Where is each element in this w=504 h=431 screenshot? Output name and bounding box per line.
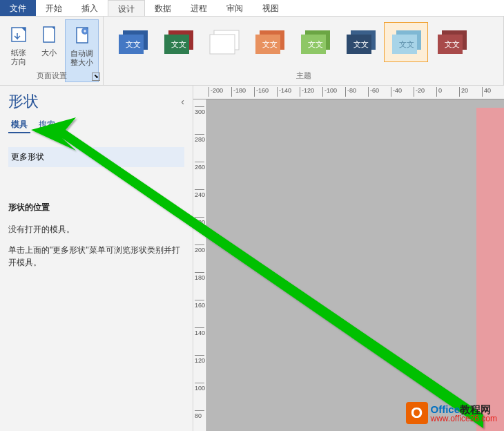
page-setup-label: 页面设置 — [0, 70, 103, 81]
svg-rect-1 — [43, 27, 55, 42]
svg-rect-11 — [210, 35, 235, 54]
theme-8[interactable]: 文文 — [429, 22, 474, 62]
menu-process[interactable]: 进程 — [181, 0, 217, 16]
menu-review[interactable]: 审阅 — [217, 0, 253, 16]
svg-text:文文: 文文 — [126, 40, 141, 48]
menubar: 文件 开始 插入 设计 数据 进程 审阅 视图 — [0, 0, 504, 17]
page-background[interactable] — [476, 108, 504, 431]
canvas-area: -200-180-160-140-120-100-80-60-40-200204… — [193, 86, 504, 431]
watermark-url: www.office26.com — [431, 414, 498, 423]
svg-text:文文: 文文 — [308, 40, 323, 48]
autofit-label: 自动调整大小 — [70, 49, 94, 67]
menu-file[interactable]: 文件 — [0, 0, 36, 16]
page-size-icon — [38, 22, 60, 47]
shapes-panel: 形状 ‹ 模具 搜索 更多形状 形状的位置 没有打开的模具。 单击上面的"更多形… — [0, 86, 193, 431]
watermark-icon: O — [406, 402, 428, 424]
page-orientation-icon — [8, 22, 30, 47]
svg-text:文文: 文文 — [445, 40, 460, 48]
themes-label: 主题 — [104, 70, 503, 81]
theme-4[interactable]: 文文 — [247, 22, 291, 62]
svg-text:文文: 文文 — [171, 40, 186, 48]
menu-home[interactable]: 开始 — [36, 0, 72, 16]
shapes-location-title: 形状的位置 — [8, 202, 184, 213]
orientation-label: 纸张方向 — [8, 48, 29, 66]
svg-text:文文: 文文 — [399, 40, 414, 48]
no-stencils-text: 没有打开的模具。 — [8, 223, 184, 236]
svg-text:文文: 文文 — [262, 40, 278, 48]
menu-design[interactable]: 设计 — [108, 0, 145, 16]
page-setup-group: 纸张方向 大小 自动调整大小 页面设置 ⬊ — [0, 17, 104, 85]
stencils-hint: 单击上面的"更多形状"菜单可浏览形状类别并打开模具。 — [8, 244, 184, 269]
watermark: O Office教程网 www.office26.com — [406, 402, 498, 424]
tab-search[interactable]: 搜索 — [36, 117, 58, 133]
watermark-title: Office教程网 — [431, 404, 498, 414]
ribbon: 纸张方向 大小 自动调整大小 页面设置 ⬊ 文文 文文 文文 文文 — [0, 17, 504, 86]
theme-3[interactable] — [202, 22, 246, 62]
canvas[interactable] — [207, 99, 504, 431]
workspace: 形状 ‹ 模具 搜索 更多形状 形状的位置 没有打开的模具。 单击上面的"更多形… — [0, 86, 504, 431]
menu-data[interactable]: 数据 — [145, 0, 181, 16]
size-label: 大小 — [41, 48, 57, 57]
shapes-info: 形状的位置 没有打开的模具。 单击上面的"更多形状"菜单可浏览形状类别并打开模具… — [8, 202, 184, 269]
page-setup-launcher[interactable]: ⬊ — [92, 73, 100, 81]
more-shapes-button[interactable]: 更多形状 — [8, 147, 184, 167]
ruler-vertical[interactable]: 30028026024022020018016014012010080 — [193, 99, 207, 431]
tab-stencils[interactable]: 模具 — [8, 117, 30, 133]
shapes-panel-title: 形状 ‹ — [8, 91, 184, 112]
menu-view[interactable]: 视图 — [253, 0, 289, 16]
ruler-horizontal[interactable]: -200-180-160-140-120-100-80-60-40-200204… — [193, 86, 504, 99]
svg-text:文文: 文文 — [353, 40, 369, 48]
menu-insert[interactable]: 插入 — [72, 0, 108, 16]
theme-7[interactable]: 文文 — [384, 22, 428, 62]
theme-1[interactable]: 文文 — [110, 22, 155, 62]
collapse-icon[interactable]: ‹ — [181, 96, 184, 107]
autofit-icon — [71, 23, 93, 48]
theme-6[interactable]: 文文 — [338, 22, 382, 62]
theme-2[interactable]: 文文 — [156, 22, 200, 62]
shapes-tabs: 模具 搜索 — [8, 117, 184, 136]
theme-5[interactable]: 文文 — [293, 22, 337, 62]
theme-gallery: 文文 文文 文文 文文 文文 文文 文文 — [108, 19, 499, 65]
themes-group: 文文 文文 文文 文文 文文 文文 文文 主题 — [104, 17, 504, 85]
